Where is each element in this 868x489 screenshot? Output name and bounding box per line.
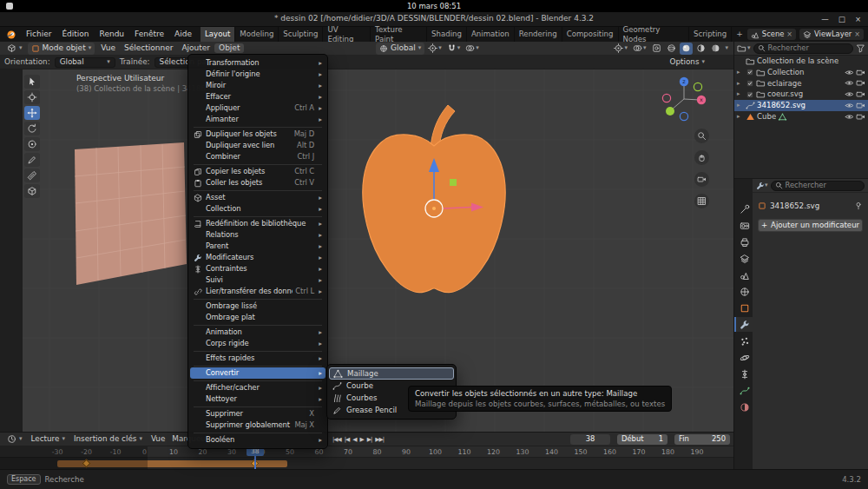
- annotate-tool-button[interactable]: [24, 153, 40, 167]
- camera-visibility-toggle[interactable]: [856, 68, 865, 77]
- menu-item-corps-rigide[interactable]: Corps rigide▸: [188, 338, 327, 349]
- properties-tab-physics[interactable]: [734, 350, 753, 365]
- menu-item-supprimer-globalement[interactable]: Supprimer globalementMaj X: [188, 420, 327, 431]
- jump-to-end-button[interactable]: ▶▶|: [375, 436, 384, 443]
- add-workspace-button[interactable]: +: [732, 27, 747, 42]
- outliner-row-cube[interactable]: ▸Cube: [734, 111, 868, 122]
- expand-icon[interactable]: ▸: [737, 102, 744, 109]
- shading-solid-button[interactable]: [680, 43, 693, 55]
- editor-type-button[interactable]: ▾: [3, 43, 26, 55]
- previous-keyframe-button[interactable]: |◀: [345, 436, 350, 443]
- blender-logo-icon[interactable]: [0, 27, 21, 42]
- workspace-tab-modeling[interactable]: Modeling: [235, 27, 279, 42]
- frame-end-field[interactable]: Fin250: [674, 434, 730, 445]
- cursor-tool-button[interactable]: [24, 90, 40, 104]
- menu-aide[interactable]: Aide: [169, 27, 197, 42]
- properties-tab-view-layer[interactable]: [734, 251, 753, 266]
- menu-item-aimanter[interactable]: Aimanter▸: [188, 114, 327, 125]
- outliner-display-mode-button[interactable]: ▾: [737, 43, 751, 53]
- workspace-tab-animation[interactable]: Animation: [467, 27, 515, 42]
- options-button[interactable]: Options▾: [670, 57, 705, 67]
- menu-item-contraintes[interactable]: Contraintes▸: [188, 263, 327, 274]
- menu-item-coller-les-objets[interactable]: Coller les objetsCtrl V: [188, 177, 327, 188]
- viewport-menu-vue[interactable]: Vue: [96, 43, 120, 53]
- menu-item-redefinition-de-bibliotheque[interactable]: Redéfinition de bibliothèque▸: [188, 218, 327, 229]
- hide-eye-toggle[interactable]: [845, 68, 854, 77]
- menu-item-definir-l-origine[interactable]: Définir l'origine▸: [188, 69, 327, 80]
- hide-eye-toggle[interactable]: [845, 78, 854, 88]
- camera-visibility-toggle[interactable]: [856, 101, 865, 110]
- system-menu-icon[interactable]: [6, 3, 13, 10]
- properties-tab-output[interactable]: [734, 235, 753, 249]
- menu-item-dupliquer-avec-lien[interactable]: Dupliquer avec lienAlt D: [188, 140, 327, 151]
- menu-item-miroir[interactable]: Miroir▸: [188, 80, 327, 91]
- outliner-row-eclairage[interactable]: ▸eclairage: [734, 78, 868, 89]
- camera-visibility-toggle[interactable]: [856, 78, 865, 88]
- title-bar[interactable]: * dessin 02 [/home/didier/3D/A DESSIN/BL…: [0, 12, 868, 27]
- camera-view-button[interactable]: [694, 172, 709, 187]
- select-box-tool-button[interactable]: [24, 75, 40, 89]
- menu-item-suivi[interactable]: Suivi▸: [188, 274, 327, 286]
- shading-dropdown[interactable]: ▾: [724, 43, 731, 55]
- orthographic-toggle-button[interactable]: [694, 194, 709, 208]
- properties-search-input[interactable]: Rechercher: [771, 181, 865, 191]
- menu-item-copier-les-objets[interactable]: Copier les objetsCtrl C: [188, 166, 327, 177]
- outliner-row-collection[interactable]: ▸Collection: [734, 67, 868, 78]
- play-reverse-button[interactable]: ◀: [352, 436, 356, 443]
- orientation-dropdown[interactable]: Global▾: [55, 57, 115, 68]
- menu-item-effacer[interactable]: Effacer▸: [188, 91, 327, 102]
- transform-orientation-selector[interactable]: Global▾: [376, 43, 424, 55]
- view-layer-selector[interactable]: ViewLayer×: [799, 29, 864, 40]
- menu-item-effets-rapides[interactable]: Effets rapides▸: [188, 353, 327, 364]
- menu-item-dupliquer-les-objets[interactable]: Dupliquer les objetsMaj D: [188, 129, 327, 140]
- properties-tab-object-data[interactable]: [734, 383, 753, 398]
- camera-visibility-toggle[interactable]: [856, 112, 865, 122]
- submenu-item-maillage[interactable]: Maillage: [329, 367, 454, 380]
- xray-toggle[interactable]: [650, 43, 663, 55]
- workspace-tab-sculpting[interactable]: Sculpting: [279, 27, 323, 42]
- add-modifier-button[interactable]: + Ajouter un modificateur: [758, 219, 863, 232]
- menu-item-collection[interactable]: Collection▸: [188, 203, 327, 215]
- menu-item-afficher-cacher[interactable]: Afficher/cacher▸: [188, 382, 327, 393]
- playback-menu[interactable]: Lecture▾: [28, 434, 69, 444]
- unlink-scene-icon[interactable]: ×: [786, 30, 792, 39]
- menu-item-animation[interactable]: Animation▸: [188, 327, 327, 338]
- scene-selector[interactable]: Scene×: [747, 29, 796, 40]
- properties-display-button[interactable]: ▾: [756, 182, 768, 190]
- maximize-button[interactable]: □: [838, 15, 845, 24]
- remove-view-layer-icon[interactable]: ×: [854, 30, 860, 39]
- minimize-button[interactable]: —: [821, 15, 829, 24]
- properties-tab-scene[interactable]: [734, 268, 753, 282]
- overlays-toggle[interactable]: ▾: [631, 43, 648, 55]
- timeline-editor-type-button[interactable]: ▾: [3, 434, 26, 444]
- shading-rendered-button[interactable]: [709, 43, 722, 55]
- properties-tab-world[interactable]: [734, 284, 753, 299]
- outliner-search-input[interactable]: Rechercher: [753, 43, 853, 54]
- workspace-tab-uv-editing[interactable]: UV Editing: [323, 27, 371, 42]
- menu-fichier[interactable]: Fichier: [21, 27, 56, 42]
- outliner-filter-button[interactable]: [856, 43, 865, 53]
- current-frame-field[interactable]: 38: [570, 434, 610, 445]
- expand-icon[interactable]: ▸: [737, 113, 744, 121]
- camera-visibility-toggle[interactable]: [856, 89, 865, 99]
- gizmos-toggle[interactable]: ▾: [612, 43, 629, 55]
- expand-icon[interactable]: ▸: [737, 90, 744, 98]
- transform-tool-button[interactable]: [24, 137, 40, 151]
- menu-item-lier-transferer-des-donnees[interactable]: Lier/transférer des donnéesCtrl L▸: [188, 286, 327, 297]
- workspace-tab-texture-paint[interactable]: Texture Paint: [371, 27, 427, 42]
- properties-tab-constraints[interactable]: [734, 367, 753, 381]
- timeline-menu-vue[interactable]: Vue: [148, 434, 168, 444]
- menu-item-combiner[interactable]: CombinerCtrl J: [188, 151, 327, 162]
- properties-tab-render[interactable]: [734, 218, 753, 233]
- outliner-row-coeur-svg[interactable]: ▸coeur.svg: [734, 89, 868, 100]
- properties-tab-material[interactable]: [734, 400, 753, 414]
- viewport-menu-ajouter[interactable]: Ajouter: [177, 43, 214, 53]
- menu-edition[interactable]: Édition: [56, 27, 94, 42]
- navigation-gizmo[interactable]: z x: [658, 73, 710, 125]
- menu-item-nettoyer[interactable]: Nettoyer▸: [188, 393, 327, 405]
- hide-eye-toggle[interactable]: [845, 101, 854, 110]
- add-cube-tool-button[interactable]: [24, 184, 40, 198]
- plane-object[interactable]: [75, 142, 187, 285]
- workspace-tab-layout[interactable]: Layout: [201, 27, 235, 42]
- outliner-row-collection-de-la-scene[interactable]: Collection de la scène: [734, 56, 868, 67]
